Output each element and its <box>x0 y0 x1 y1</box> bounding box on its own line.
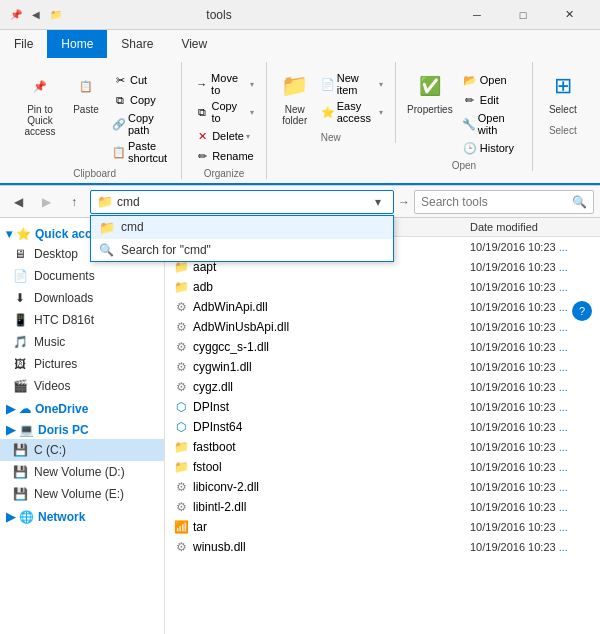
file-name-dpinst64: ⬡ DPInst64 <box>165 419 470 435</box>
file-row[interactable]: ⚙ cyggcc_s-1.dll 10/19/2016 10:23 ... <box>165 337 600 357</box>
address-input[interactable] <box>117 195 369 209</box>
window-title: tools <box>0 8 454 22</box>
exe-icon: ⬡ <box>173 399 189 415</box>
delete-icon: ✕ <box>194 128 210 144</box>
file-row[interactable]: 📁 fstool 10/19/2016 10:23 ... <box>165 457 600 477</box>
window-controls: ─ □ ✕ <box>454 0 592 30</box>
new-label: New <box>321 130 341 143</box>
copy-path-button[interactable]: 🔗 Copy path <box>108 110 173 138</box>
tab-file[interactable]: File <box>0 30 47 58</box>
file-date-adb: 10/19/2016 10:23 ... <box>470 281 600 293</box>
cut-icon: ✂ <box>112 72 128 88</box>
ribbon: File Home Share View 📌 Pin to Quickacces… <box>0 30 600 186</box>
file-row[interactable]: ⚙ cygwin1.dll 10/19/2016 10:23 ... <box>165 357 600 377</box>
file-row[interactable]: ⚙ libiconv-2.dll 10/19/2016 10:23 ... <box>165 477 600 497</box>
file-name-fastboot: 📁 fastboot <box>165 439 470 455</box>
sidebar-item-pictures[interactable]: 🖼 Pictures <box>0 353 164 375</box>
copy-label: Copy <box>130 94 156 106</box>
file-row[interactable]: ⚙ winusb.dll 10/19/2016 10:23 ... <box>165 537 600 557</box>
file-row[interactable]: 📶 tar 10/19/2016 10:23 ... <box>165 517 600 537</box>
dll-icon: ⚙ <box>173 299 189 315</box>
sidebar-music-label: Music <box>34 335 65 349</box>
main-area: ▾ ⭐ Quick access 🖥 Desktop 📄 Documents ⬇… <box>0 218 600 634</box>
paste-shortcut-button[interactable]: 📋 Paste shortcut <box>108 138 173 166</box>
d-drive-icon: 💾 <box>12 464 28 480</box>
tab-home[interactable]: Home <box>47 30 107 58</box>
sidebar-item-downloads[interactable]: ⬇ Downloads <box>0 287 164 309</box>
autocomplete-item-search[interactable]: 🔍 Search for "cmd" <box>91 239 393 261</box>
videos-icon: 🎬 <box>12 378 28 394</box>
search-input[interactable] <box>421 195 572 209</box>
nav-refresh-button[interactable]: → <box>398 195 410 209</box>
open-with-button[interactable]: 🔧 Open with <box>458 110 524 138</box>
cut-button[interactable]: ✂ Cut <box>108 70 173 90</box>
address-dropdown-button[interactable]: ▾ <box>369 191 387 213</box>
file-row[interactable]: ⬡ DPInst 10/19/2016 10:23 ... <box>165 397 600 417</box>
autocomplete-search-icon: 🔍 <box>99 243 115 257</box>
tab-view[interactable]: View <box>167 30 221 58</box>
history-button[interactable]: 🕒 History <box>458 138 524 158</box>
edit-button[interactable]: ✏ Edit <box>458 90 524 110</box>
pin-to-quick-button[interactable]: 📌 Pin to Quickaccess <box>16 66 64 141</box>
file-row[interactable]: ⚙ libintl-2.dll 10/19/2016 10:23 ... <box>165 497 600 517</box>
maximize-button[interactable]: □ <box>500 0 546 30</box>
minimize-button[interactable]: ─ <box>454 0 500 30</box>
history-label: History <box>480 142 514 154</box>
copy-icon: ⧉ <box>112 92 128 108</box>
file-row[interactable]: ⚙ AdbWinUsbApi.dll 10/19/2016 10:23 ... <box>165 317 600 337</box>
easy-access-button[interactable]: ⭐ Easy access ▾ <box>317 98 387 126</box>
file-row[interactable]: 📁 adb 10/19/2016 10:23 ... <box>165 277 600 297</box>
open-label: Open <box>452 158 476 171</box>
file-date-cygz: 10/19/2016 10:23 ... <box>470 381 600 393</box>
move-to-button[interactable]: → Move to ▾ <box>190 70 258 98</box>
rename-button[interactable]: ✏ Rename <box>190 146 258 166</box>
autocomplete-item-cmd[interactable]: 📁 cmd <box>91 216 393 239</box>
new-folder-button[interactable]: 📁 Newfolder <box>275 66 315 130</box>
easy-access-icon: ⭐ <box>321 104 335 120</box>
forward-button[interactable]: ▶ <box>34 190 58 214</box>
edit-icon: ✏ <box>462 92 478 108</box>
copy-button[interactable]: ⧉ Copy <box>108 90 173 110</box>
paste-button[interactable]: 📋 Paste <box>66 66 106 119</box>
file-row[interactable]: ⬡ DPInst64 10/19/2016 10:23 ... <box>165 417 600 437</box>
copy-to-button[interactable]: ⧉ Copy to ▾ <box>190 98 258 126</box>
file-label-adbwinapi: AdbWinApi.dll <box>193 300 268 314</box>
open-button[interactable]: 📂 Open <box>458 70 524 90</box>
exe-icon: ⬡ <box>173 419 189 435</box>
back-button[interactable]: ◀ <box>6 190 30 214</box>
file-date-fastboot: 10/19/2016 10:23 ... <box>470 441 600 453</box>
file-date-dpinst: 10/19/2016 10:23 ... <box>470 401 600 413</box>
file-row[interactable]: 📁 fastboot 10/19/2016 10:23 ... <box>165 437 600 457</box>
sidebar-item-music[interactable]: 🎵 Music <box>0 331 164 353</box>
sidebar-item-c[interactable]: 💾 C (C:) <box>0 439 164 461</box>
file-row[interactable]: ⚙ AdbWinApi.dll 10/19/2016 10:23 ... <box>165 297 600 317</box>
close-button[interactable]: ✕ <box>546 0 592 30</box>
delete-button[interactable]: ✕ Delete ▾ <box>190 126 258 146</box>
sidebar-item-d[interactable]: 💾 New Volume (D:) <box>0 461 164 483</box>
sidebar-item-htc[interactable]: 📱 HTC D816t <box>0 309 164 331</box>
open-buttons: ✅ Properties 📂 Open ✏ Edit 🔧 Open with <box>404 62 524 158</box>
search-icon: 🔍 <box>572 195 587 209</box>
properties-button[interactable]: ✅ Properties <box>404 66 456 119</box>
file-name-adbwinusbapi: ⚙ AdbWinUsbApi.dll <box>165 319 470 335</box>
select-button[interactable]: ⊞ Select <box>541 66 585 119</box>
file-name-libintl: ⚙ libintl-2.dll <box>165 499 470 515</box>
paste-shortcut-label: Paste shortcut <box>128 140 169 164</box>
sidebar-item-documents[interactable]: 📄 Documents <box>0 265 164 287</box>
up-button[interactable]: ↑ <box>62 190 86 214</box>
sidebar-item-videos[interactable]: 🎬 Videos <box>0 375 164 397</box>
help-button[interactable]: ? <box>572 301 592 321</box>
sidebar-onedrive[interactable]: ▶ ☁ OneDrive <box>0 397 164 418</box>
sidebar-dorispc[interactable]: ▶ 💻 Doris PC <box>0 418 164 439</box>
column-date[interactable]: Date modified <box>470 221 600 233</box>
new-item-button[interactable]: 📄 New item ▾ <box>317 70 387 98</box>
copy-to-arrow: ▾ <box>250 108 254 117</box>
sidebar-network[interactable]: ▶ 🌐 Network <box>0 505 164 526</box>
sidebar-d-label: New Volume (D:) <box>34 465 125 479</box>
sidebar-pictures-label: Pictures <box>34 357 77 371</box>
tab-share[interactable]: Share <box>107 30 167 58</box>
sidebar-item-e[interactable]: 💾 New Volume (E:) <box>0 483 164 505</box>
easy-access-label: Easy access <box>337 100 377 124</box>
c-drive-icon: 💾 <box>12 442 28 458</box>
file-row[interactable]: ⚙ cygz.dll 10/19/2016 10:23 ... <box>165 377 600 397</box>
